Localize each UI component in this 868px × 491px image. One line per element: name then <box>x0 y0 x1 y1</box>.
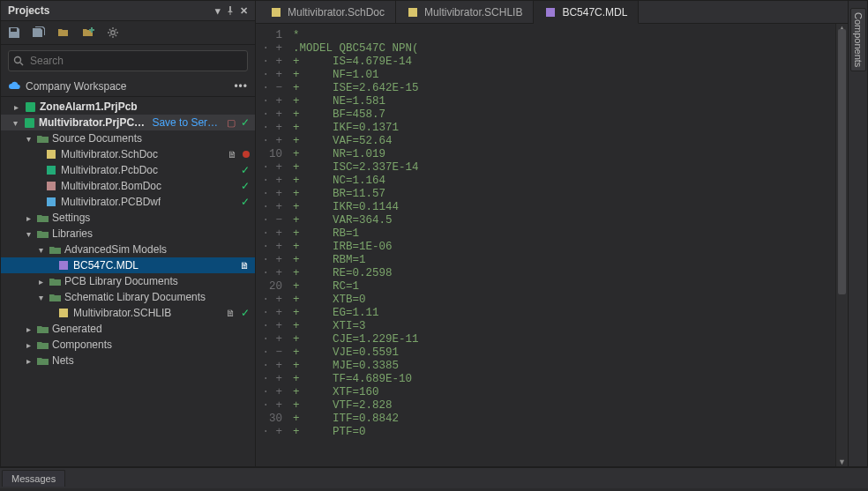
document-status-icon: 🗎 <box>228 149 237 160</box>
expander-icon[interactable]: ▾ <box>24 134 33 144</box>
code-editor[interactable]: 1· +· +· +· −· +· +· +· +10· +· +· +· +·… <box>256 24 848 466</box>
search-wrap <box>8 50 248 71</box>
project-multivibrator[interactable]: ▾ Multivibrator.PrjPCB * Save to Server … <box>1 115 255 130</box>
svg-rect-5 <box>47 166 56 175</box>
expander-icon[interactable]: ▸ <box>36 277 45 286</box>
file-schematic-icon <box>270 6 282 19</box>
file-pcbdoc[interactable]: Multivibrator.PcbDoc ✓ <box>1 162 255 178</box>
workspace-row[interactable]: Company Workspace ••• <box>1 77 255 97</box>
messages-tab[interactable]: Messages <box>2 470 65 487</box>
folder-icon <box>36 354 49 367</box>
file-schematic-icon <box>45 148 57 160</box>
folder-advancedsim[interactable]: ▾ AdvancedSim Models <box>1 242 255 257</box>
expander-icon[interactable]: ▸ <box>24 340 33 350</box>
project-tree: ▸ ZoneAlarm1.PrjPcb ▾ Multivibrator.PrjP… <box>1 97 255 466</box>
code-content[interactable]: *.MODEL QBC547C NPN(+ IS=4.679E-14+ NF=1… <box>289 24 835 466</box>
save-all-icon[interactable] <box>31 25 47 41</box>
tab-schdoc[interactable]: Multivibrator.SchDoc <box>259 1 396 23</box>
svg-rect-6 <box>47 182 56 190</box>
folder-icon <box>36 132 49 145</box>
expander-icon[interactable]: ▸ <box>24 324 33 334</box>
panel-pin-icon[interactable] <box>226 6 235 15</box>
code-gutter: 1· +· +· +· −· +· +· +· +10· +· +· +· +·… <box>256 24 289 466</box>
folder-icon <box>49 275 61 287</box>
error-dot-icon <box>243 151 250 158</box>
check-icon: ✓ <box>241 196 250 208</box>
check-icon: ✓ <box>241 180 250 192</box>
save-icon[interactable] <box>6 25 22 41</box>
file-bom-icon <box>45 180 57 192</box>
folder-pcblib[interactable]: ▸ PCB Library Documents <box>1 273 255 289</box>
svg-rect-2 <box>26 102 35 112</box>
expander-icon[interactable]: ▸ <box>11 102 20 112</box>
settings-icon[interactable] <box>105 25 121 41</box>
svg-rect-9 <box>59 309 68 317</box>
folder-icon <box>36 227 49 240</box>
file-bc547c-mdl[interactable]: BC547C.MDL 🗎 <box>1 257 255 273</box>
scroll-down-icon[interactable]: ▼ <box>836 458 848 466</box>
panel-close-icon[interactable]: ✕ <box>240 5 248 17</box>
expander-icon[interactable]: ▸ <box>24 213 33 223</box>
folder-icon <box>49 291 61 303</box>
editor-area: Multivibrator.SchDoc Multivibrator.SCHLI… <box>256 0 849 467</box>
expander-icon[interactable]: ▾ <box>11 118 20 128</box>
folder-schlib[interactable]: ▾ Schematic Library Documents <box>1 289 255 305</box>
projects-toolbar <box>1 21 255 45</box>
folder-source-documents[interactable]: ▾ Source Documents <box>1 130 255 146</box>
folder-nets[interactable]: ▸ Nets <box>1 353 255 368</box>
expander-icon[interactable]: ▾ <box>24 229 33 239</box>
svg-rect-12 <box>546 8 555 17</box>
svg-rect-3 <box>25 118 34 128</box>
svg-point-1 <box>15 57 21 63</box>
vertical-scrollbar[interactable]: ▲ ▼ <box>835 24 848 466</box>
file-model-icon <box>544 6 557 19</box>
bottom-bar: Messages <box>0 467 868 488</box>
components-dock-tab[interactable]: Components <box>850 8 866 71</box>
folder-generated[interactable]: ▸ Generated <box>1 321 255 337</box>
add-folder-icon[interactable] <box>80 25 96 41</box>
workspace-label: Company Workspace <box>26 80 127 93</box>
editor-tabs: Multivibrator.SchDoc Multivibrator.SCHLI… <box>256 1 848 24</box>
file-schlib[interactable]: Multivibrator.SCHLIB 🗎✓ <box>1 305 255 321</box>
tab-bc547c[interactable]: BC547C.MDL <box>534 1 639 24</box>
workspace-more-icon[interactable]: ••• <box>234 80 248 93</box>
project-icon <box>24 100 36 113</box>
projects-panel-header: Projects ▾ ✕ <box>1 1 255 21</box>
project-zonealarm[interactable]: ▸ ZoneAlarm1.PrjPcb <box>1 99 255 115</box>
document-status-icon: 🗎 <box>226 308 236 318</box>
svg-rect-7 <box>47 197 56 206</box>
folder-icon <box>36 338 49 351</box>
scroll-thumb[interactable] <box>838 29 846 294</box>
check-icon: ✓ <box>241 164 250 176</box>
panel-menu-icon[interactable]: ▾ <box>215 5 221 17</box>
file-model-icon <box>57 259 70 272</box>
svg-rect-11 <box>408 8 417 17</box>
file-pcbdwf[interactable]: Multivibrator.PCBDwf ✓ <box>1 194 255 210</box>
search-icon <box>13 56 24 66</box>
tab-schlib[interactable]: Multivibrator.SCHLIB <box>396 1 534 23</box>
save-to-server-link[interactable]: Save to Server <box>152 116 220 129</box>
expander-icon[interactable]: ▸ <box>24 356 33 366</box>
svg-rect-10 <box>272 8 281 17</box>
document-status-icon: 🗎 <box>240 260 250 271</box>
search-input[interactable] <box>8 50 248 71</box>
project-icon <box>24 116 36 129</box>
cloud-icon <box>8 80 20 93</box>
file-dwf-icon <box>45 196 57 208</box>
project-close-icon[interactable]: ▢ <box>227 117 236 129</box>
expander-icon[interactable]: ▾ <box>36 245 45 255</box>
file-schdoc[interactable]: Multivibrator.SchDoc 🗎 <box>1 146 255 162</box>
folder-settings[interactable]: ▸ Settings <box>1 210 255 226</box>
file-bomdoc[interactable]: Multivibrator.BomDoc ✓ <box>1 178 255 194</box>
folder-libraries[interactable]: ▾ Libraries <box>1 226 255 242</box>
file-pcb-icon <box>45 164 57 176</box>
svg-rect-8 <box>59 261 68 270</box>
folder-icon <box>49 243 61 256</box>
expander-icon[interactable]: ▾ <box>36 293 45 302</box>
svg-point-0 <box>111 31 115 34</box>
tab-label: BC547C.MDL <box>562 6 627 19</box>
right-dock: Components <box>849 0 868 467</box>
folder-components[interactable]: ▸ Components <box>1 337 255 353</box>
open-folder-icon[interactable] <box>56 25 71 41</box>
svg-rect-4 <box>47 150 56 159</box>
